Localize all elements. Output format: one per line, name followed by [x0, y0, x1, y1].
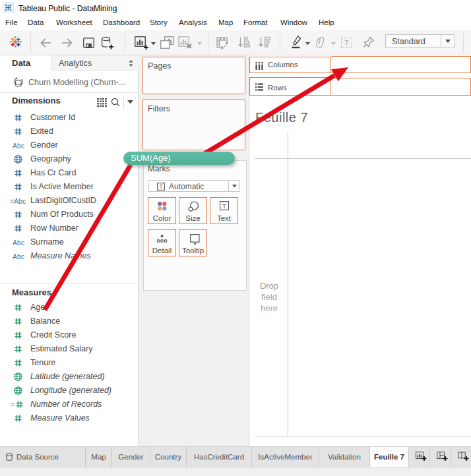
svg-text:T: T — [222, 202, 226, 210]
svg-text:T: T — [159, 183, 162, 190]
svg-text:T: T — [344, 39, 349, 47]
